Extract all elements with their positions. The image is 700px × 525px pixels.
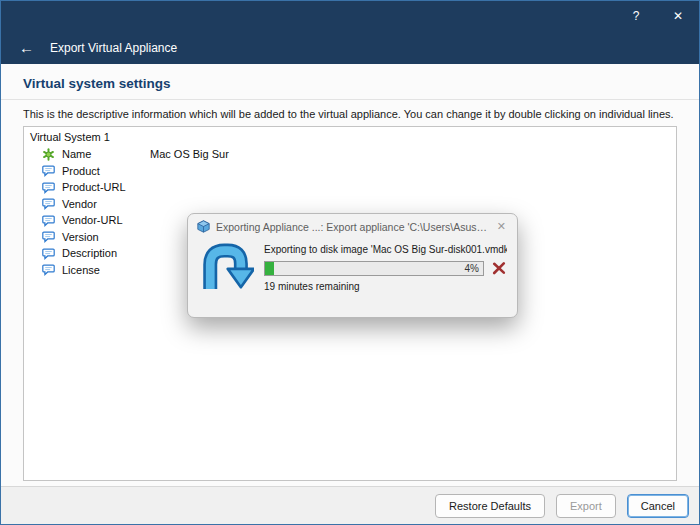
export-appliance-window: ? ✕ ← Export Virtual Appliance Virtual s… [0, 0, 700, 525]
progress-dialog-title: Exporting Appliance ...: Export applianc… [216, 221, 489, 233]
progress-bar: 4% [264, 261, 484, 276]
comment-icon [42, 197, 56, 210]
description-text: This is the descriptive information whic… [23, 108, 677, 120]
progress-dialog-titlebar: Exporting Appliance ...: Export applianc… [188, 214, 517, 239]
restore-defaults-button[interactable]: Restore Defaults [435, 494, 545, 518]
section-heading: Virtual system settings [23, 76, 171, 91]
comment-icon [42, 164, 56, 177]
row-label: Name [62, 148, 150, 160]
row-label: Description [62, 247, 150, 259]
comment-icon [42, 181, 56, 194]
row-value: Mac OS Big Sur [150, 148, 676, 160]
time-remaining-text: 19 minutes remaining [264, 281, 507, 292]
row-label: Vendor [62, 198, 150, 210]
row-label: Product-URL [62, 181, 150, 193]
footer-bar: Restore Defaults Export Cancel [1, 486, 699, 524]
progress-fill [265, 262, 274, 275]
progress-dialog-right: Exporting to disk image 'Mac OS Big Sur-… [254, 239, 507, 296]
comment-icon [42, 230, 56, 243]
comment-icon [42, 263, 56, 276]
progress-dialog-body: Exporting to disk image 'Mac OS Big Sur-… [188, 239, 517, 296]
progress-percent: 4% [465, 263, 479, 274]
table-row[interactable]: Product-URL [24, 179, 676, 196]
export-button[interactable]: Export [556, 494, 616, 518]
heading-divider [1, 99, 699, 100]
progress-dialog: Exporting Appliance ...: Export applianc… [187, 213, 518, 318]
page-title: Export Virtual Appliance [50, 41, 177, 55]
progress-message: Exporting to disk image 'Mac OS Big Sur-… [264, 244, 507, 255]
close-button[interactable]: ✕ [657, 1, 699, 31]
row-label: License [62, 264, 150, 276]
table-row[interactable]: Name Mac OS Big Sur [24, 146, 676, 163]
virtualbox-cube-icon [197, 220, 210, 233]
comment-icon [42, 214, 56, 227]
comment-icon [42, 247, 56, 260]
progress-dialog-close-icon[interactable]: ✕ [495, 220, 508, 233]
tree-root-label[interactable]: Virtual System 1 [24, 127, 676, 146]
cancel-button[interactable]: Cancel [627, 494, 689, 518]
row-label: Vendor-URL [62, 214, 150, 226]
row-label: Version [62, 231, 150, 243]
name-icon [42, 148, 56, 161]
titlebar: ? ✕ [1, 1, 699, 31]
export-arrow-icon [198, 240, 254, 296]
header: ← Export Virtual Appliance [1, 31, 699, 64]
help-button[interactable]: ? [615, 1, 657, 31]
table-row[interactable]: Vendor [24, 196, 676, 213]
table-row[interactable]: Product [24, 163, 676, 180]
cancel-export-icon[interactable] [491, 260, 507, 276]
row-label: Product [62, 165, 150, 177]
progress-bar-row: 4% [264, 260, 507, 276]
back-arrow-icon[interactable]: ← [19, 40, 34, 55]
